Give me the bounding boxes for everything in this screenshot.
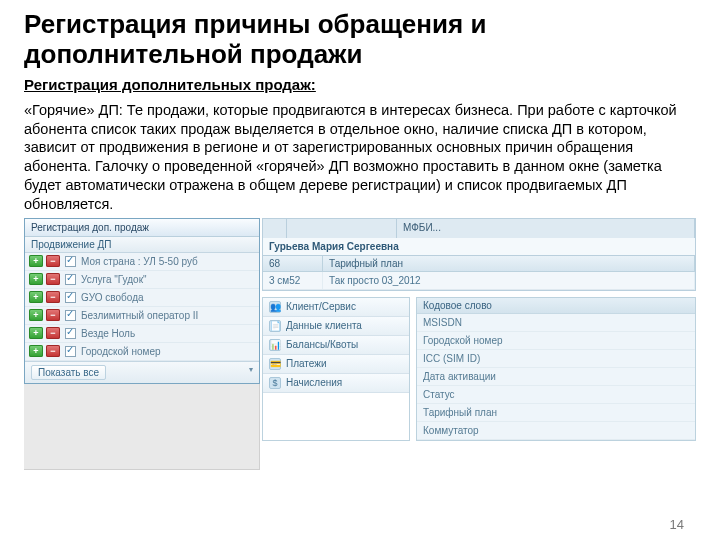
list-item: + − GУО свобода bbox=[25, 289, 259, 307]
row-label: Услуга "Гудок" bbox=[81, 274, 147, 285]
document-icon: 📄 bbox=[269, 320, 281, 332]
grid-header: Продвижение ДП bbox=[25, 237, 259, 253]
people-icon: 👥 bbox=[269, 301, 281, 313]
detail-cell: Так просто 03_2012 bbox=[323, 272, 695, 289]
screenshot-composite: Регистрация доп. продаж Продвижение ДП +… bbox=[24, 218, 696, 470]
tab-segment[interactable] bbox=[263, 219, 287, 238]
checkbox[interactable] bbox=[65, 310, 76, 321]
window-title: Регистрация доп. продаж bbox=[25, 219, 259, 237]
dollar-icon: $ bbox=[269, 377, 281, 389]
dp-rows: + − Моя страна : УЛ 5-50 руб + − Услуга … bbox=[25, 253, 259, 361]
show-all-button[interactable]: Показать все bbox=[31, 365, 106, 380]
row-label: GУО свобода bbox=[81, 292, 144, 303]
checkbox[interactable] bbox=[65, 256, 76, 267]
plus-icon[interactable]: + bbox=[29, 273, 43, 285]
info-row: Тарифный план bbox=[417, 404, 695, 422]
info-row: ICC (SIM ID) bbox=[417, 350, 695, 368]
checkbox[interactable] bbox=[65, 292, 76, 303]
accordion-label: Клиент/Сервис bbox=[286, 301, 356, 312]
chevron-down-icon[interactable]: ▾ bbox=[249, 365, 253, 380]
accordion-label: Платежи bbox=[286, 358, 327, 369]
list-item: + − Везде Ноль bbox=[25, 325, 259, 343]
info-row: Дата активации bbox=[417, 368, 695, 386]
detail-grid: 68 Тарифный план 3 см52 Так просто 03_20… bbox=[262, 256, 696, 291]
list-item: + − Городской номер bbox=[25, 343, 259, 361]
list-item: + − Безлимитный оператор II bbox=[25, 307, 259, 325]
checkbox[interactable] bbox=[65, 346, 76, 357]
list-item: + − Моя страна : УЛ 5-50 руб bbox=[25, 253, 259, 271]
plus-icon[interactable]: + bbox=[29, 327, 43, 339]
row-label: Моя страна : УЛ 5-50 руб bbox=[81, 256, 198, 267]
accordion-item[interactable]: 💳Платежи bbox=[263, 355, 409, 374]
page-title: Регистрация причины обращения и дополнит… bbox=[24, 10, 696, 70]
minus-icon[interactable]: − bbox=[46, 291, 60, 303]
chart-icon: 📊 bbox=[269, 339, 281, 351]
info-row: Коммутатор bbox=[417, 422, 695, 440]
dp-window: Регистрация доп. продаж Продвижение ДП +… bbox=[24, 218, 260, 384]
plus-icon[interactable]: + bbox=[29, 255, 43, 267]
body-paragraph: «Горячие» ДП: Те продажи, которые продви… bbox=[24, 101, 696, 214]
checkbox[interactable] bbox=[65, 274, 76, 285]
accordion-nav: 👥Клиент/Сервис 📄Данные клиента 📊Балансы/… bbox=[262, 297, 410, 441]
tab-segment[interactable] bbox=[287, 219, 397, 238]
empty-gray-panel bbox=[24, 384, 260, 470]
card-icon: 💳 bbox=[269, 358, 281, 370]
detail-cell: 3 см52 bbox=[263, 272, 323, 289]
row-label: Городской номер bbox=[81, 346, 161, 357]
checkbox[interactable] bbox=[65, 328, 76, 339]
info-list: Кодовое слово MSISDN Городской номер ICC… bbox=[416, 297, 696, 441]
tab-bar: МФБИ... bbox=[262, 218, 696, 238]
plus-icon[interactable]: + bbox=[29, 309, 43, 321]
accordion-item[interactable]: $Начисления bbox=[263, 374, 409, 393]
minus-icon[interactable]: − bbox=[46, 327, 60, 339]
accordion-item[interactable]: 📄Данные клиента bbox=[263, 317, 409, 336]
plus-icon[interactable]: + bbox=[29, 345, 43, 357]
info-row: Статус bbox=[417, 386, 695, 404]
accordion-item[interactable]: 👥Клиент/Сервис bbox=[263, 298, 409, 317]
accordion-label: Данные клиента bbox=[286, 320, 362, 331]
tab-segment[interactable]: МФБИ... bbox=[397, 219, 695, 238]
plus-icon[interactable]: + bbox=[29, 291, 43, 303]
accordion-label: Начисления bbox=[286, 377, 342, 388]
window-footer: Показать все ▾ bbox=[25, 361, 259, 383]
info-row: MSISDN bbox=[417, 314, 695, 332]
subscriber-name: Гурьева Мария Сергеевна bbox=[262, 238, 696, 256]
minus-icon[interactable]: − bbox=[46, 345, 60, 357]
subtitle: Регистрация дополнительных продаж: bbox=[24, 76, 696, 93]
info-list-header: Кодовое слово bbox=[417, 298, 695, 314]
row-label: Безлимитный оператор II bbox=[81, 310, 198, 321]
detail-head-cell: Тарифный план bbox=[323, 256, 695, 271]
minus-icon[interactable]: − bbox=[46, 309, 60, 321]
accordion-item[interactable]: 📊Балансы/Квоты bbox=[263, 336, 409, 355]
accordion-label: Балансы/Квоты bbox=[286, 339, 358, 350]
page-number: 14 bbox=[670, 517, 684, 532]
info-row: Городской номер bbox=[417, 332, 695, 350]
minus-icon[interactable]: − bbox=[46, 273, 60, 285]
row-label: Везде Ноль bbox=[81, 328, 135, 339]
list-item: + − Услуга "Гудок" bbox=[25, 271, 259, 289]
subscriber-card-panel: МФБИ... Гурьева Мария Сергеевна 68 Тариф… bbox=[262, 218, 696, 470]
detail-head-cell: 68 bbox=[263, 256, 323, 271]
minus-icon[interactable]: − bbox=[46, 255, 60, 267]
